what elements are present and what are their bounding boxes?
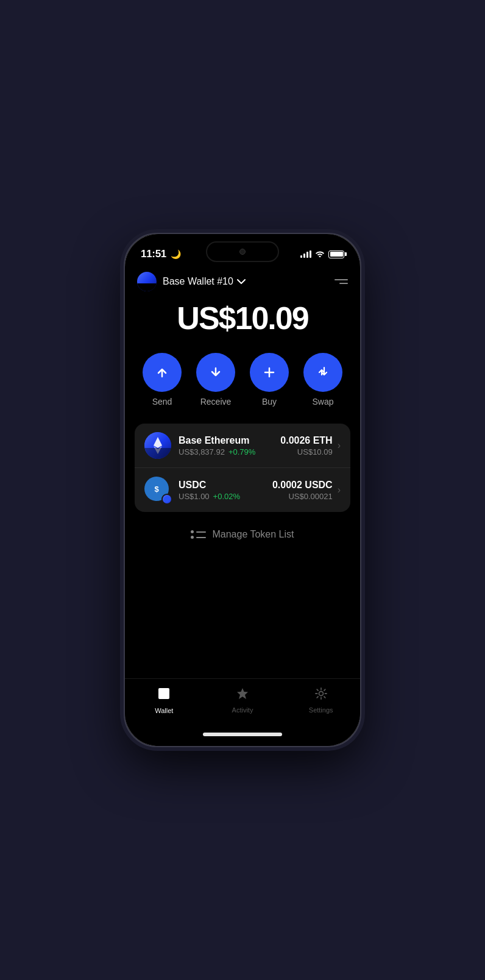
svg-point-9	[319, 692, 323, 696]
svg-text:$: $	[154, 485, 159, 494]
eth-value: US$10.09	[280, 447, 332, 456]
usdc-badge-icon	[164, 496, 170, 502]
wallet-header: Base Wallet #10	[135, 272, 350, 291]
usdc-badge	[161, 494, 172, 505]
signal-bar-3	[306, 252, 308, 258]
action-buttons: Send Receive Buy	[143, 353, 342, 407]
status-icons	[300, 249, 344, 259]
settings-nav-label: Settings	[309, 706, 333, 714]
manage-dot-1	[191, 530, 194, 533]
swap-icon	[315, 364, 331, 380]
moon-icon: 🌙	[171, 249, 181, 259]
usdc-change: +0.02%	[213, 492, 240, 501]
eth-chevron-icon: ›	[338, 440, 341, 451]
manage-token-list-button[interactable]: Manage Token List	[181, 524, 303, 545]
send-label: Send	[152, 397, 172, 407]
buy-button[interactable]: Buy	[250, 353, 289, 407]
nav-item-settings[interactable]: Settings	[281, 687, 360, 714]
battery-fill	[330, 252, 343, 257]
balance-amount: US$10.09	[177, 301, 308, 336]
main-content: Base Wallet #10 US$10.09	[125, 266, 360, 678]
eth-change: +0.79%	[228, 447, 255, 456]
buy-label: Buy	[262, 397, 277, 407]
usdc-amount: 0.0002 USDC	[272, 480, 333, 491]
svg-point-5	[164, 496, 170, 502]
island-dot	[239, 249, 246, 255]
eth-balance: 0.0026 ETH US$10.09	[280, 435, 332, 456]
home-indicator-wrapper	[125, 733, 360, 746]
wallet-name-row: Base Wallet #10	[163, 276, 246, 287]
status-time: 11:51	[141, 248, 166, 260]
token-row-eth[interactable]: Base Ethereum US$3,837.92 +0.79% 0.0026 …	[135, 424, 350, 468]
usdc-price-row: US$1.00 +0.02%	[179, 492, 272, 501]
token-row-usdc[interactable]: $ USDC US$1.00 +0.02%	[135, 468, 350, 512]
activity-nav-label: Activity	[232, 706, 253, 714]
usdc-balance: 0.0002 USDC US$0.00021	[272, 480, 333, 501]
buy-circle	[250, 353, 289, 392]
screen: 11:51 🌙	[125, 234, 360, 746]
usdc-value: US$0.00021	[272, 492, 333, 501]
manage-line-1	[196, 531, 206, 533]
send-circle	[143, 353, 182, 392]
eth-icon	[144, 432, 171, 459]
eth-logo	[144, 432, 171, 459]
nav-item-wallet[interactable]: Wallet	[125, 686, 204, 714]
send-button[interactable]: Send	[143, 353, 182, 407]
manage-line-2	[196, 537, 206, 538]
nav-item-activity[interactable]: Activity	[204, 687, 282, 714]
signal-bar-1	[300, 255, 302, 258]
usdc-price: US$1.00	[179, 492, 210, 501]
signal-bar-2	[303, 254, 305, 258]
menu-icon[interactable]	[335, 279, 348, 284]
manage-label: Manage Token List	[212, 529, 294, 540]
eth-price-row: US$3,837.92 +0.79%	[179, 447, 280, 456]
eth-amount: 0.0026 ETH	[280, 435, 332, 446]
swap-button[interactable]: Swap	[303, 353, 342, 407]
send-arrow-icon	[154, 364, 170, 380]
usdc-info: USDC US$1.00 +0.02%	[179, 480, 272, 501]
manage-tokens-icon	[191, 530, 206, 539]
receive-label: Receive	[200, 397, 232, 407]
usdc-icon-wrapper: $	[144, 477, 171, 503]
eth-price: US$3,837.92	[179, 447, 225, 456]
svg-marker-8	[237, 688, 248, 699]
swap-circle	[303, 353, 342, 392]
activity-nav-icon	[236, 687, 249, 704]
wallet-selector[interactable]: Base Wallet #10	[137, 272, 246, 291]
signal-bar-4	[310, 250, 311, 258]
wallet-avatar	[137, 272, 157, 291]
manage-line-row-1	[191, 530, 206, 533]
buy-plus-icon	[261, 364, 277, 380]
usdc-chevron-icon: ›	[338, 485, 341, 495]
usdc-name: USDC	[179, 480, 272, 491]
receive-button[interactable]: Receive	[196, 353, 235, 407]
signal-bars	[300, 250, 311, 258]
wallet-name: Base Wallet #10	[163, 276, 233, 287]
manage-dot-2	[191, 536, 194, 539]
eth-name: Base Ethereum	[179, 435, 280, 446]
menu-line-1	[335, 279, 348, 280]
chevron-down-icon	[237, 277, 246, 286]
manage-line-row-2	[191, 536, 206, 539]
wifi-icon	[315, 249, 325, 259]
menu-line-2	[339, 283, 348, 284]
receive-circle	[196, 353, 235, 392]
token-list: Base Ethereum US$3,837.92 +0.79% 0.0026 …	[135, 424, 350, 512]
eth-info: Base Ethereum US$3,837.92 +0.79%	[179, 435, 280, 456]
wallet-nav-label: Wallet	[155, 707, 173, 714]
dynamic-island	[206, 241, 279, 262]
swap-label: Swap	[312, 397, 333, 407]
balance-section: US$10.09	[177, 301, 308, 336]
phone-frame: 11:51 🌙	[124, 233, 361, 747]
home-indicator	[203, 733, 282, 736]
bottom-nav: Wallet Activity Settings	[125, 678, 360, 733]
receive-arrow-icon	[208, 364, 224, 380]
svg-marker-2	[154, 446, 162, 454]
wallet-nav-icon	[157, 686, 171, 705]
settings-nav-icon	[314, 687, 328, 704]
battery-icon	[328, 250, 344, 258]
